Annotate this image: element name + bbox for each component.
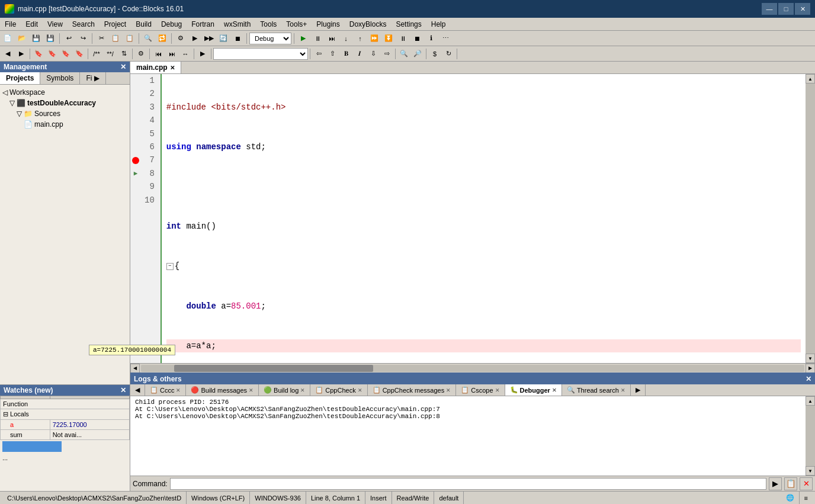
tb-debug-halt[interactable]: ⏹ <box>410 32 423 45</box>
tab-build-log[interactable]: 🟢 Build log ✕ <box>259 384 310 396</box>
build-msg-close[interactable]: ✕ <box>249 387 254 393</box>
tb-dollar[interactable]: $ <box>428 47 441 60</box>
log-vscroll[interactable]: ▲ ▼ <box>806 396 815 476</box>
editor-hscroll[interactable]: ◀ ▶ <box>130 363 815 373</box>
tb-cut[interactable]: ✂ <box>95 32 108 45</box>
menu-debug[interactable]: Debug <box>156 18 187 31</box>
cmd-stop[interactable]: ✕ <box>800 477 813 490</box>
tb-replace[interactable]: 🔁 <box>156 32 169 45</box>
tb-debug-info[interactable]: ℹ <box>425 32 438 45</box>
menu-plugins[interactable]: Plugins <box>312 18 344 31</box>
tb-find[interactable]: 🔍 <box>142 32 155 45</box>
tb-jump-prev[interactable]: ⏮ <box>152 47 165 60</box>
tb-copy[interactable]: 📋 <box>109 32 122 45</box>
tb-bookmark-clear[interactable]: 🔖 <box>73 47 86 60</box>
code-content[interactable]: #include <bits/stdc++.h> using namespace… <box>162 74 806 363</box>
tree-sources[interactable]: ▽ 📁 Sources <box>2 108 127 119</box>
maximize-button[interactable]: □ <box>778 3 794 15</box>
minimize-button[interactable]: — <box>762 3 777 15</box>
tb-paste[interactable]: 📋 <box>123 32 136 45</box>
tb-settings[interactable]: ⚙ <box>134 47 147 60</box>
tb-back[interactable]: ◀ <box>1 47 14 60</box>
tb-nav3[interactable]: ⇩ <box>367 47 380 60</box>
tab-debugger[interactable]: 🐛 Debugger ✕ <box>505 384 562 396</box>
tb-jump-match[interactable]: ↔ <box>179 47 192 60</box>
tb-nav1[interactable]: ⇦ <box>312 47 325 60</box>
cscope-close[interactable]: ✕ <box>495 387 500 393</box>
tb-new[interactable]: 📄 <box>1 32 14 45</box>
menu-wxsmith[interactable]: wxSmith <box>219 18 255 31</box>
menu-help[interactable]: Help <box>426 18 451 31</box>
logs-close[interactable]: ✕ <box>806 375 811 383</box>
tb-debug-run[interactable]: ▶ <box>297 32 310 45</box>
thread-close[interactable]: ✕ <box>621 387 625 393</box>
menu-toolsplus[interactable]: Tools+ <box>281 18 312 31</box>
tb-comment[interactable]: /** <box>90 47 103 60</box>
management-close[interactable]: ✕ <box>120 63 126 71</box>
tb-debug-out[interactable]: ↑ <box>354 32 367 45</box>
tree-file[interactable]: 📄 main.cpp <box>2 119 127 130</box>
tb-debug-stop[interactable]: ⏸ <box>311 32 324 45</box>
tb-buildrun[interactable]: ▶▶ <box>203 32 216 45</box>
watches-scrollbar[interactable] <box>2 441 62 452</box>
tab-cppcheck[interactable]: 📋 CppCheck ✕ <box>310 384 367 396</box>
log-vscroll-down[interactable]: ▼ <box>806 466 815 476</box>
menu-project[interactable]: Project <box>100 18 131 31</box>
tab-thread-search[interactable]: 🔍 Thread search ✕ <box>562 384 631 396</box>
tb-zoom-in[interactable]: 🔍 <box>397 47 410 60</box>
tb-bookmark-prev[interactable]: 🔖 <box>32 47 45 60</box>
build-log-close[interactable]: ✕ <box>300 387 305 393</box>
vscroll-down[interactable]: ▼ <box>806 354 815 363</box>
tb-rebuild[interactable]: 🔄 <box>217 32 230 45</box>
tb-debug-step[interactable]: ↓ <box>339 32 352 45</box>
tb-undo[interactable]: ↩ <box>62 32 75 45</box>
tb-uncomment[interactable]: **/ <box>104 47 117 60</box>
tb-debug-next[interactable]: ⏭ <box>325 32 338 45</box>
tab-projects[interactable]: Projects <box>0 72 40 84</box>
build-target-dropdown[interactable]: Debug Release <box>249 33 291 44</box>
tb-debug-nexti[interactable]: ⏩ <box>368 32 381 45</box>
tb-swap[interactable]: ⇅ <box>117 47 130 60</box>
menu-build[interactable]: Build <box>131 18 156 31</box>
tb-italic[interactable]: 𝑰 <box>353 47 366 60</box>
editor-tab-close[interactable]: ✕ <box>170 65 175 71</box>
tb-bold[interactable]: 𝐁 <box>339 47 352 60</box>
tb-compile[interactable]: ⚙ <box>174 32 187 45</box>
tb-play-macro[interactable]: ▶ <box>196 47 209 60</box>
menu-settings[interactable]: Settings <box>391 18 426 31</box>
tb-bookmark-next[interactable]: 🔖 <box>46 47 59 60</box>
menu-edit[interactable]: Edit <box>21 18 43 31</box>
menu-search[interactable]: Search <box>68 18 100 31</box>
cppcheck-msg-close[interactable]: ✕ <box>446 387 451 393</box>
tab-symbols[interactable]: Symbols <box>40 72 80 84</box>
watches-close[interactable]: ✕ <box>120 386 126 394</box>
vscroll-up[interactable]: ▲ <box>806 74 815 84</box>
tb-jump-next[interactable]: ⏭ <box>165 47 178 60</box>
tab-cppcheck-messages[interactable]: 📋 CppCheck messages ✕ <box>368 384 457 396</box>
menu-tools[interactable]: Tools <box>255 18 281 31</box>
tb-debug-more[interactable]: ⋯ <box>439 32 452 45</box>
tb-open[interactable]: 📂 <box>15 32 28 45</box>
tab-scroll-left[interactable]: ◀ <box>130 384 145 396</box>
tb-run[interactable]: ▶ <box>188 32 201 45</box>
menu-fortran[interactable]: Fortran <box>187 18 219 31</box>
tb-debug-stepi[interactable]: ⏬ <box>382 32 395 45</box>
tb-redo[interactable]: ↪ <box>76 32 89 45</box>
tb-saveall[interactable]: 💾 <box>44 32 57 45</box>
menu-doxyblocks[interactable]: DoxyBlocks <box>345 18 392 31</box>
hscroll-left[interactable]: ◀ <box>130 364 140 373</box>
cmd-clear[interactable]: 📋 <box>784 477 797 490</box>
tb-refresh[interactable]: ↻ <box>442 47 455 60</box>
tb-nav4[interactable]: ⇨ <box>380 47 393 60</box>
menu-file[interactable]: File <box>0 18 21 31</box>
cppcheck-close[interactable]: ✕ <box>358 387 362 393</box>
log-vscroll-up[interactable]: ▲ <box>806 396 815 406</box>
tb-debug-pause[interactable]: ⏸ <box>396 32 409 45</box>
tab-scroll-right[interactable]: ▶ <box>631 384 646 396</box>
debugger-close[interactable]: ✕ <box>552 387 557 393</box>
tb-stop[interactable]: ⏹ <box>231 32 244 45</box>
locals-expand[interactable]: ⊟ <box>3 410 8 418</box>
tb-nav2[interactable]: ⇧ <box>326 47 339 60</box>
command-input[interactable] <box>170 478 766 490</box>
editor-tab-main[interactable]: main.cpp ✕ <box>130 62 181 73</box>
